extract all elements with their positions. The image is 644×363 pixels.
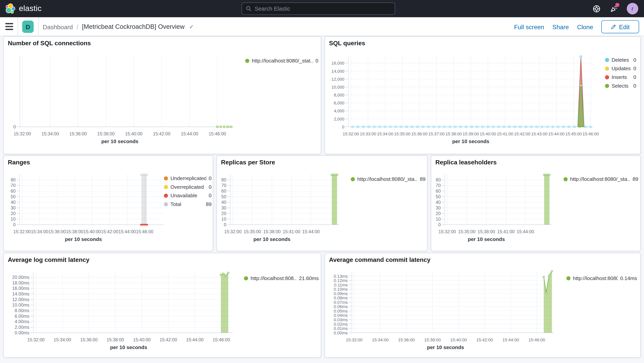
y-tick-label: 4,000 [334,109,344,113]
x-tick-label: 15:43:00 [531,132,548,136]
legend-item[interactable]: Unavailable0 [164,191,212,200]
x-tick-label: 15:32:00 [343,132,359,136]
x-tick-label: 15:36:00 [69,131,87,136]
legend-item[interactable]: http://localhost:8080/_sta...89 [564,175,638,183]
avg-log-commit-latency-chart[interactable]: 0.00ms2.00ms4.00ms6.00ms8.00ms10.00ms12.… [4,253,321,357]
legend-item[interactable]: http://localhost:8080/_stat...0 [245,56,318,65]
legend-dot [566,276,570,280]
chart-legend: http://localhost:8080/_sta...89 [351,175,426,183]
legend-value: 0 [633,83,636,89]
share-button[interactable]: Share [552,23,569,30]
search-input[interactable] [255,6,390,12]
sql-queries-chart[interactable]: 02,0004,0006,0008,00010,00012,00014,0001… [325,37,640,154]
y-tick-label: 60 [436,189,441,194]
elastic-brand[interactable]: elastic [0,3,42,14]
legend-value: 89 [420,176,426,182]
legend-dot [605,58,609,62]
chart-canvas[interactable]: 0102030405060708015:32:0015:35:0015:38:0… [217,156,427,251]
x-axis-title: per 10 seconds [427,344,464,350]
legend-label: Unavailable [170,193,206,198]
legend-item[interactable]: Selects0 [605,81,636,90]
legend-item[interactable]: http://localhost:8080...0.14ms [566,274,637,282]
avg-command-commit-latency-chart[interactable]: 0.00ms0.01ms0.02ms0.03ms0.04ms0.05ms0.06… [325,253,640,357]
saved-check-icon[interactable]: ✓ [189,24,194,30]
x-tick-label: 15:44:00 [181,131,198,136]
global-search[interactable] [242,3,395,15]
legend-label: Overreplicated [170,184,206,190]
panel-replicas-per-store: Replicas per Store 0102030405060708015:3… [216,156,428,251]
y-tick-label: 16.00ms [12,286,29,291]
chart-canvas[interactable]: 015:32:0015:34:0015:36:0015:38:0015:40:0… [4,37,321,154]
x-tick-label: 15:36:00 [80,337,98,342]
breadcrumb: Dashboard / [Metricbeat CockroachDB] Ove… [43,17,194,36]
x-tick-label: 15:40:00 [125,131,142,136]
y-tick-label: 70 [11,183,16,188]
panel-title: Replicas per Store [221,159,275,166]
clone-button[interactable]: Clone [577,23,593,30]
breadcrumb-dashboard[interactable]: Dashboard [43,23,73,30]
user-avatar[interactable]: r [627,3,638,15]
x-tick-label: 15:38:00 [263,229,280,234]
x-tick-label: 15:34:00 [31,229,48,234]
legend-item[interactable]: Inserts0 [605,73,636,81]
x-tick-label: 15:42:00 [160,337,177,342]
chart-canvas[interactable]: 0.00ms0.01ms0.02ms0.03ms0.04ms0.05ms0.06… [325,253,640,357]
sql-connections-chart[interactable]: 015:32:0015:34:0015:36:0015:38:0015:40:0… [4,37,321,154]
legend-value: 89 [206,201,212,207]
legend-dot [164,176,168,180]
legend-item[interactable]: Deletes0 [605,56,636,64]
x-tick-label: 15:33:00 [360,132,376,136]
full-screen-button[interactable]: Full screen [514,23,544,30]
chart-canvas[interactable]: 02,0004,0006,0008,00010,00012,00014,0001… [325,37,640,154]
y-tick-label: 40 [222,200,226,205]
x-tick-label: 15:46:00 [209,131,226,136]
x-tick-label: 15:38:00 [446,132,462,136]
edit-button[interactable]: Edit [601,20,639,33]
y-tick-label: 0 [13,124,16,129]
y-tick-label: 2.00ms [15,325,29,330]
legend-dot [351,177,355,181]
y-tick-label: 40 [436,200,441,205]
chart-legend: Deletes0Updates0Inserts0Selects0 [605,56,636,90]
legend-item[interactable]: http://localhost:8080/_sta...89 [351,175,426,183]
x-tick-label: 15:46:00 [582,132,599,136]
panel-average-command-commit-latency: Average command commit latency 0.00ms0.0… [324,253,641,357]
panel-sql-queries: SQL queries 02,0004,0006,0008,00010,0001… [324,36,641,154]
x-tick-label: 15:42:00 [153,131,170,136]
space-badge[interactable]: D [22,21,34,33]
legend-item[interactable]: Updates0 [605,64,636,73]
help-icon[interactable] [592,5,600,13]
replicas-per-store-chart[interactable]: 0102030405060708015:32:0015:35:0015:38:0… [217,156,427,251]
y-tick-label: 0 [13,222,16,227]
x-tick-label: 15:34:00 [372,337,388,342]
y-tick-label: 20.00ms [12,275,29,280]
chart-canvas[interactable]: 0.00ms2.00ms4.00ms6.00ms8.00ms10.00ms12.… [4,253,321,357]
legend-dot [244,276,248,280]
y-tick-label: 30 [436,205,441,210]
y-tick-label: 16,000 [332,61,344,66]
page-title[interactable]: [Metricbeat CockroachDB] Overview [82,23,184,30]
x-tick-label: 15:44:00 [548,132,564,136]
legend-item[interactable]: Total89 [164,200,212,208]
x-tick-label: 15:42:00 [476,337,493,342]
y-tick-label: 20 [436,211,441,216]
replica-leaseholders-chart[interactable]: 0102030405060708015:32:0015:35:0015:38:0… [431,156,640,251]
y-tick-label: 18.00ms [12,280,29,285]
y-tick-label: 80 [11,177,16,182]
x-axis-title: per 10 seconds [253,236,290,242]
x-tick-label: 15:32:00 [13,229,31,234]
divider [18,17,18,36]
news-party-popper-icon[interactable] [610,5,618,13]
y-tick-label: 20 [222,211,226,216]
legend-item[interactable]: Overreplicated0 [164,183,212,191]
x-tick-label: 15:44:00 [517,229,534,234]
y-tick-label: 14.00ms [12,291,29,296]
x-tick-label: 15:44:00 [302,229,320,234]
menu-hamburger-icon[interactable] [6,23,13,30]
chart-canvas[interactable]: 0102030405060708015:32:0015:35:0015:38:0… [431,156,640,251]
legend-item[interactable]: http://localhost:808...21.60ms [244,274,319,282]
y-tick-label: 20 [11,211,16,216]
x-tick-label: 15:39:00 [462,132,479,136]
y-tick-label: 0.13ms [334,274,348,279]
legend-item[interactable]: Underreplicated0 [164,174,212,183]
